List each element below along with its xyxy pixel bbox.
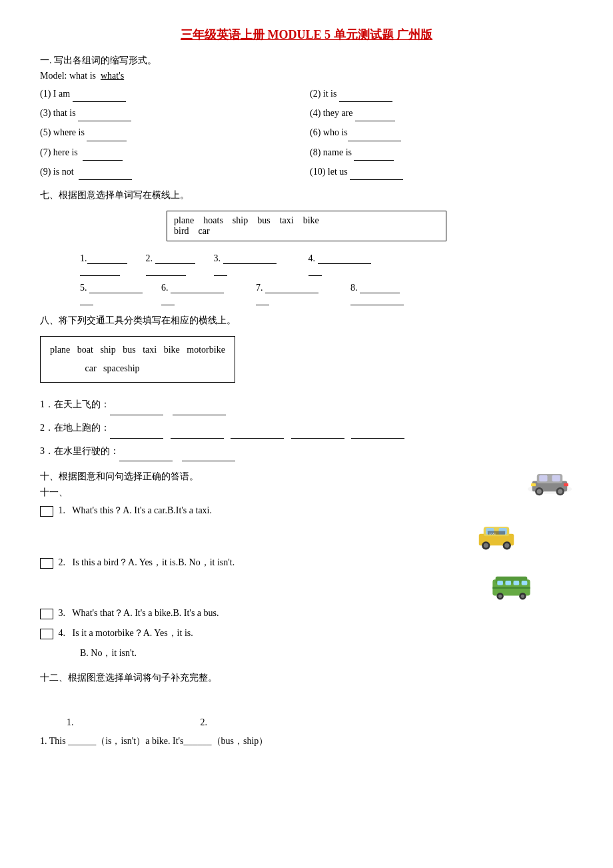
blank-n4: [318, 253, 371, 264]
num-item-4: 4.: [308, 253, 371, 276]
blank-4: [355, 111, 395, 121]
bus-image: [490, 571, 533, 603]
answer-bracket-1: [40, 506, 53, 517]
svg-rect-4: [552, 475, 560, 482]
num-item-8: 8.: [350, 283, 404, 305]
sky-blank-2: [173, 405, 226, 415]
svg-rect-31: [492, 587, 530, 589]
exercise-row-9: (9) is not: [40, 163, 303, 180]
svg-point-16: [484, 543, 488, 548]
answer-bracket-2: [40, 558, 53, 569]
num-label-1: 1.: [80, 253, 127, 264]
svg-rect-3: [539, 475, 547, 482]
car-image: [526, 464, 573, 497]
num-item-2: 2.: [146, 253, 195, 276]
section12: 十二、根据图意选择单词将句子补充完整。 1. 2. 1. This ______…: [40, 672, 573, 751]
blank-n1b: [80, 265, 120, 276]
blank-9: [79, 169, 132, 180]
svg-point-30: [521, 595, 524, 598]
land-blank-1: [110, 428, 163, 439]
num-item-1: 1.: [80, 253, 127, 276]
num-label-5: 5.: [80, 283, 143, 293]
section12-img-2: [247, 695, 294, 728]
num-label-6: 6.: [161, 283, 224, 293]
exercise-grid: (1) I am (2) it is (3) that is (4) they …: [40, 85, 573, 180]
num-item-5: 5.: [80, 283, 143, 305]
water-blank-1: [119, 451, 173, 461]
blank-n7b: [256, 295, 269, 305]
section8-label: 八、将下列交通工具分类填写在相应的横线上。: [40, 315, 573, 327]
num-label-8: 8.: [350, 283, 400, 293]
exercise-row-1: (1) I am: [40, 85, 303, 102]
num-label-7: 7.: [256, 283, 318, 293]
fill-section-8: 1．在天上飞的： 2．在地上跑的： 3．在水里行驶的：: [40, 395, 573, 461]
section7: 七、根据图意选择单词写在横线上。 plane hoats ship bus ta…: [40, 189, 573, 305]
blank-n6: [171, 283, 224, 293]
exercise-row-6: (6) who is: [310, 124, 573, 141]
blank-n5b: [80, 295, 93, 305]
exercise-row-4: (4) they are: [310, 105, 573, 121]
section12-num-1: 1.: [67, 717, 74, 728]
svg-point-8: [558, 489, 562, 494]
land-blank-3: [231, 428, 284, 439]
blank-n5: [89, 283, 143, 293]
land-blank-2: [171, 428, 224, 439]
blank-n3b: [214, 265, 227, 276]
svg-rect-25: [514, 581, 520, 585]
mc-row-4b: B. No，it isn't.: [80, 644, 573, 663]
svg-point-28: [498, 595, 502, 598]
blank-n4b: [308, 265, 322, 276]
exercise-row-7: (7) here is: [40, 144, 303, 161]
mc-row-2: 2. Is this a bird？A. Yes，it is.B. No，it …: [40, 553, 573, 572]
water-blank-2: [182, 451, 235, 461]
blank-n7: [265, 283, 318, 293]
blank-n8b: [350, 295, 404, 305]
section11-label: 十一、: [40, 487, 513, 499]
section12-num-2: 2.: [201, 717, 208, 728]
section1: 一. 写出各组词的缩写形式。 Model: what is what's (1)…: [40, 55, 573, 180]
land-blank-4: [291, 428, 344, 439]
svg-rect-24: [505, 581, 511, 585]
exercise-row-8: (8) name is: [310, 144, 573, 161]
model-line: Model: what is what's: [40, 71, 573, 81]
exercise-row-3: (3) that is: [40, 105, 303, 121]
blank-n8: [360, 283, 400, 293]
blank-1: [73, 91, 126, 102]
vocab-table-7: plane hoats ship bus taxi bike bird car: [167, 211, 446, 241]
section12-img-1: [114, 695, 161, 728]
num-label-4: 4.: [308, 253, 371, 264]
num-item-6: 6.: [161, 283, 224, 305]
num-label-3: 3.: [214, 253, 277, 264]
blank-n6b: [161, 295, 175, 305]
num-label-2: 2.: [146, 253, 195, 264]
taxi-image: TAXI: [473, 519, 520, 552]
blank-n2: [155, 253, 195, 264]
svg-rect-9: [531, 483, 536, 486]
mc-row-4: 4. Is it a motorbike？A. Yes，it is.: [40, 624, 573, 643]
mc-row-3: 3. What's that？A. It's a bike.B. It's a …: [40, 604, 573, 623]
exercise-row-2: (2) it is: [310, 85, 573, 102]
fill-row-3: 3．在水里行驶的：: [40, 441, 573, 462]
model-answer: what's: [101, 71, 124, 81]
svg-rect-10: [564, 483, 568, 486]
blank-7: [83, 150, 123, 161]
page-title: 三年级英语上册 MODULE 5 单元测试题 广州版: [40, 27, 573, 43]
blank-10: [350, 169, 403, 180]
section12-sentence: 1. This ______（is，isn't）a bike. It's____…: [40, 732, 573, 751]
svg-point-6: [537, 489, 542, 494]
section7-label: 七、根据图意选择单词写在横线上。: [40, 189, 573, 201]
blank-3: [78, 111, 131, 121]
transport-word-box: plane boat ship bus taxi bike motorbike …: [40, 336, 235, 383]
exercise-row-5: (5) where is: [40, 124, 303, 141]
section10: 十、根据图意和问句选择正确的答语。 十一、 1. What's this？A. …: [40, 471, 573, 663]
fill-row-2: 2．在地上跑的：: [40, 418, 573, 439]
answer-bracket-4: [40, 629, 53, 639]
land-blank-5: [351, 428, 404, 439]
blank-n3: [223, 253, 277, 264]
blank-2: [339, 91, 392, 102]
fill-row-1: 1．在天上飞的：: [40, 395, 573, 415]
blank-n1: [87, 253, 127, 264]
section12-label: 十二、根据图意选择单词将句子补充完整。: [40, 672, 573, 684]
answer-bracket-3: [40, 609, 53, 619]
blank-6: [348, 131, 401, 141]
